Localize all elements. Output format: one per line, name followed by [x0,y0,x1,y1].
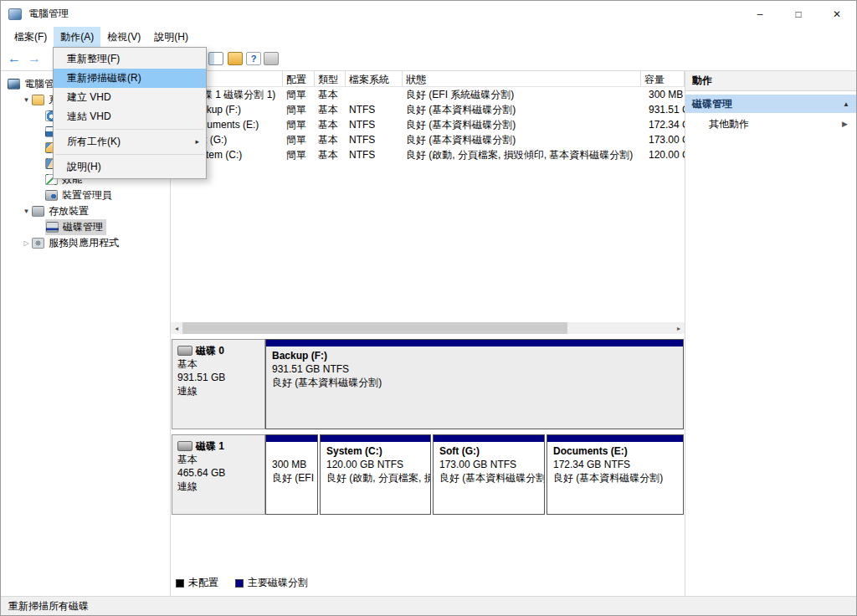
scrollbar-track[interactable] [182,322,673,334]
tree-selection: 磁碟管理 [45,219,106,235]
computer-icon [8,79,20,90]
menu-item-attach-vhd[interactable]: 連結 VHD [54,107,206,126]
export-list-icon[interactable] [228,52,243,65]
partition-title: Backup (F:) [272,349,677,362]
menu-item-create-vhd[interactable]: 建立 VHD [54,88,206,107]
column-header-filesystem[interactable]: 檔案系統 [346,71,403,86]
tree-item-disk-management[interactable]: 磁碟管理 [1,219,170,235]
menu-item-rescan-disks[interactable]: 重新掃描磁碟(R) [54,69,206,88]
table-row[interactable]: Soft (G:) 簡單 基本 NTFS 良好 (基本資料磁碟分割) 173.0… [171,132,685,147]
table-row[interactable]: Backup (F:) 簡單 基本 NTFS 良好 (基本資料磁碟分割) 931… [171,102,685,117]
close-button[interactable]: ✕ [818,1,856,27]
volume-capacity: 172.34 GB [641,117,685,132]
tree-item-services-applications[interactable]: ▷ 服務與應用程式 [1,235,170,251]
volume-status: 良好 (啟動, 分頁檔案, 損毀傾印, 基本資料磁碟分割) [403,147,641,162]
menu-view[interactable]: 檢視(V) [100,27,147,47]
expander-icon[interactable]: ▷ [21,239,32,247]
volume-layout: 簡單 [283,102,315,117]
table-row[interactable]: (磁碟 1 磁碟分割 1) 簡單 基本 良好 (EFI 系統磁碟分割) 300 … [171,87,685,102]
statusbar: 重新掃描所有磁碟 [1,596,856,615]
disk-size: 465.64 GB [177,466,259,480]
actions-section-disk-management[interactable]: 磁碟管理 ▲ [685,95,856,113]
legend-label: 主要磁碟分割 [248,576,308,590]
disk-status: 連線 [177,480,259,493]
scroll-right-icon[interactable] [673,322,685,334]
menu-action[interactable]: 動作(A) [54,27,100,47]
volume-status: 良好 (基本資料磁碟分割) [403,102,641,117]
disk1-label[interactable]: 磁碟 1 基本 465.64 GB 連線 [172,434,265,515]
partition-status: 良好 (基本資料磁碟分割) [272,376,677,389]
maximize-button[interactable]: □ [779,1,818,27]
actions-pane-title: 動作 [685,71,856,91]
scroll-left-icon[interactable] [171,322,182,334]
partition-color-bar [266,340,683,346]
disk-row-1: 磁碟 1 基本 465.64 GB 連線 300 MB 良好 (EFI 系 [172,434,684,515]
column-header-layout[interactable]: 配置 [283,71,315,86]
unallocated-swatch [176,579,184,588]
partition-title [272,444,311,458]
menu-help[interactable]: 說明(H) [147,27,195,47]
forward-icon[interactable]: → [28,50,41,67]
action-pane-icon[interactable] [264,52,279,65]
partition-soft-g[interactable]: Soft (G:) 173.00 GB NTFS 良好 (基本資料磁碟分割) [433,434,545,515]
volume-type: 基本 [315,117,346,132]
scrollbar-thumb[interactable] [182,322,567,334]
partition-status: 良好 (啟動, 分頁檔案, 損毀傾印, 基本資料磁碟分割) [326,471,424,485]
window-controls: – □ ✕ [741,1,856,27]
legend-item-primary-partition: 主要磁碟分割 [235,576,308,590]
expander-icon[interactable]: ▼ [21,96,32,104]
console-tree-icon[interactable] [208,52,223,65]
column-header-status[interactable]: 狀態 [403,71,641,86]
legend-item-unallocated: 未配置 [176,576,218,590]
partition-status: 良好 (基本資料磁碟分割) [439,471,538,485]
titlebar: 電腦管理 – □ ✕ [1,1,856,27]
menu-item-help[interactable]: 說明(H) [54,157,206,177]
more-actions-item[interactable]: 其他動作 ▶ [685,113,856,135]
back-icon[interactable]: ← [8,50,21,67]
partition-efi[interactable]: 300 MB 良好 (EFI 系統磁碟分割) [265,434,318,515]
table-row[interactable]: System (C:) 簡單 基本 NTFS 良好 (啟動, 分頁檔案, 損毀傾… [171,147,685,162]
column-header-type[interactable]: 類型 [315,71,346,86]
horizontal-scrollbar[interactable] [171,322,685,334]
partition-title: Documents (E:) [553,444,677,458]
column-header-capacity[interactable]: 容量 [641,71,685,86]
help-icon[interactable]: ? [246,52,261,65]
volume-list-header: 磁碟區 配置 類型 檔案系統 狀態 容量 [171,71,685,87]
partition-status: 良好 (EFI 系統磁碟分割) [272,471,311,485]
volume-filesystem: NTFS [346,117,403,132]
tree-item-storage[interactable]: ▼ 存放裝置 [1,203,170,219]
partition-color-bar [434,435,544,442]
menu-separator [55,129,204,130]
submenu-arrow-icon: ▶ [842,120,848,128]
collapse-icon[interactable]: ▲ [843,100,849,108]
volume-layout: 簡單 [283,87,315,102]
expander-icon[interactable]: ▼ [21,208,32,215]
menu-item-label: 所有工作(K) [67,132,121,151]
tree-item-device-manager[interactable]: 裝置管理員 [1,187,170,203]
partition-documents-e[interactable]: Documents (E:) 172.34 GB NTFS 良好 (基本資料磁碟… [547,434,684,515]
tree-item-label: 裝置管理員 [62,188,112,203]
disk-name: 磁碟 0 [196,344,224,357]
app-icon [8,8,22,20]
partition-color-bar [547,435,683,442]
table-row[interactable]: Documents (E:) 簡單 基本 NTFS 良好 (基本資料磁碟分割) … [171,117,685,132]
partition-system-c[interactable]: System (C:) 120.00 GB NTFS 良好 (啟動, 分頁檔案,… [320,434,431,515]
partition-backup-f[interactable]: Backup (F:) 931.51 GB NTFS 良好 (基本資料磁碟分割) [265,339,684,429]
disk-name: 磁碟 1 [196,439,224,453]
minimize-button[interactable]: – [741,1,779,27]
window-title: 電腦管理 [28,7,69,21]
menu-item-all-tasks[interactable]: 所有工作(K) ▸ [54,132,206,151]
volume-list: 磁碟區 配置 類型 檔案系統 狀態 容量 (磁碟 1 磁碟分割 1) 簡單 基本… [171,71,685,334]
tree-item-label: 磁碟管理 [63,220,103,234]
disk-icon [177,346,192,356]
menu-item-refresh[interactable]: 重新整理(F) [54,49,206,69]
volume-status: 良好 (EFI 系統磁碟分割) [403,87,641,102]
action-menu: 重新整理(F) 重新掃描磁碟(R) 建立 VHD 連結 VHD 所有工作(K) … [53,47,207,179]
volume-filesystem [346,87,403,102]
volume-filesystem: NTFS [346,102,403,117]
disk0-label[interactable]: 磁碟 0 基本 931.51 GB 連線 [172,339,265,429]
volume-type: 基本 [315,87,346,102]
volume-status: 良好 (基本資料磁碟分割) [403,132,641,147]
graphical-disk-view: 磁碟 0 基本 931.51 GB 連線 Backup (F:) 931.51 … [171,334,685,596]
menu-file[interactable]: 檔案(F) [8,27,54,47]
